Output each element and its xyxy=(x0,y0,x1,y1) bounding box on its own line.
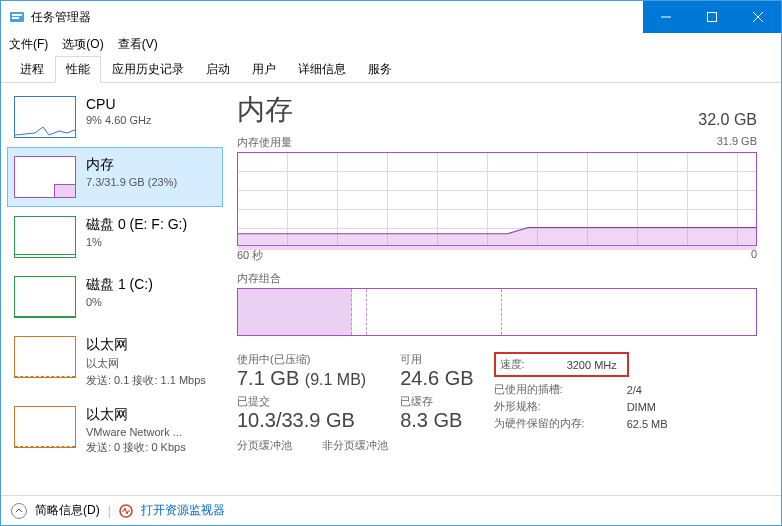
slots-value: 2/4 xyxy=(591,381,674,398)
in-use-label: 使用中(已压缩) xyxy=(237,352,366,367)
svg-rect-1 xyxy=(12,14,22,16)
sidebar-disk0-title: 磁盘 0 (E: F: G:) xyxy=(86,216,216,234)
menu-options[interactable]: 选项(O) xyxy=(62,36,103,53)
memory-usage-chart[interactable] xyxy=(237,152,757,246)
sidebar-item-disk1[interactable]: 磁盘 1 (C:) 0% xyxy=(7,267,223,327)
sidebar-item-ethernet1[interactable]: 以太网 VMware Network ... 发送: 0 接收: 0 Kbps xyxy=(7,397,223,464)
sidebar-eth0-sub2: 发送: 0.1 接收: 1.1 Mbps xyxy=(86,373,216,388)
speed-value: 3200 MHz xyxy=(531,356,623,373)
paged-pool-label: 分页缓冲池 xyxy=(237,438,292,453)
sidebar-item-disk0[interactable]: 磁盘 0 (E: F: G:) 1% xyxy=(7,207,223,267)
resource-monitor-icon xyxy=(119,504,133,518)
minimize-button[interactable] xyxy=(643,1,689,33)
tab-app-history[interactable]: 应用历史记录 xyxy=(101,56,195,82)
window-controls xyxy=(643,1,781,33)
detail-title: 内存 xyxy=(237,91,293,129)
sidebar-disk1-sub: 0% xyxy=(86,296,216,308)
resource-monitor-link[interactable]: 打开资源监视器 xyxy=(141,502,225,519)
collapse-icon[interactable] xyxy=(11,503,27,519)
title-bar: 任务管理器 xyxy=(1,1,781,33)
slots-label: 已使用的插槽: xyxy=(494,381,591,398)
reserved-value: 62.5 MB xyxy=(591,415,674,432)
eth1-thumb-chart xyxy=(14,406,76,448)
sidebar-eth1-sub1: VMware Network ... xyxy=(86,426,216,438)
committed-label: 已提交 xyxy=(237,394,366,409)
menu-bar: 文件(F) 选项(O) 查看(V) xyxy=(1,33,781,55)
usage-label: 内存使用量 xyxy=(237,135,292,150)
sidebar-eth0-sub1: 以太网 xyxy=(86,356,216,371)
sidebar-cpu-sub: 9% 4.60 GHz xyxy=(86,114,216,126)
svg-marker-7 xyxy=(238,228,756,251)
maximize-button[interactable] xyxy=(689,1,735,33)
performance-sidebar[interactable]: CPU 9% 4.60 GHz 内存 7.3/31.9 GB (23%) 磁盘 … xyxy=(7,87,223,495)
usage-max: 31.9 GB xyxy=(717,135,757,150)
nonpaged-pool-label: 非分页缓冲池 xyxy=(322,438,388,453)
tab-performance[interactable]: 性能 xyxy=(55,56,101,83)
tab-startup[interactable]: 启动 xyxy=(195,56,241,82)
sidebar-disk0-sub: 1% xyxy=(86,236,216,248)
close-button[interactable] xyxy=(735,1,781,33)
stats-right: 速度: 3200 MHz 已使用的插槽:2/4 外形规格:DIMM 为硬件保留的… xyxy=(494,352,757,432)
speed-highlight-box: 速度: 3200 MHz xyxy=(494,352,629,377)
speed-label: 速度: xyxy=(500,356,531,373)
tab-services[interactable]: 服务 xyxy=(357,56,403,82)
menu-view[interactable]: 查看(V) xyxy=(118,36,158,53)
disk1-thumb-chart xyxy=(14,276,76,318)
in-use-value: 7.1 GB (9.1 MB) xyxy=(237,367,366,390)
cached-label: 已缓存 xyxy=(400,394,473,409)
sidebar-memory-title: 内存 xyxy=(86,156,216,174)
footer-separator: | xyxy=(108,504,111,518)
sidebar-eth1-sub2: 发送: 0 接收: 0 Kbps xyxy=(86,440,216,455)
sidebar-memory-sub: 7.3/31.9 GB (23%) xyxy=(86,176,216,188)
footer-bar: 简略信息(D) | 打开资源监视器 xyxy=(1,495,781,525)
svg-rect-4 xyxy=(708,13,717,22)
memory-composition-chart[interactable] xyxy=(237,288,757,336)
form-value: DIMM xyxy=(591,398,674,415)
tab-details[interactable]: 详细信息 xyxy=(287,56,357,82)
reserved-label: 为硬件保留的内存: xyxy=(494,415,591,432)
app-icon xyxy=(9,9,25,25)
disk0-thumb-chart xyxy=(14,216,76,258)
sidebar-cpu-title: CPU xyxy=(86,96,216,112)
stats-left: 使用中(已压缩) 7.1 GB (9.1 MB) 可用 24.6 GB 已提交 … xyxy=(237,352,474,432)
sidebar-eth1-title: 以太网 xyxy=(86,406,216,424)
svg-rect-2 xyxy=(12,17,19,19)
committed-value: 10.3/33.9 GB xyxy=(237,409,366,432)
sidebar-item-ethernet0[interactable]: 以太网 以太网 发送: 0.1 接收: 1.1 Mbps xyxy=(7,327,223,397)
available-label: 可用 xyxy=(400,352,473,367)
memory-thumb-chart xyxy=(14,156,76,198)
tab-users[interactable]: 用户 xyxy=(241,56,287,82)
window-title: 任务管理器 xyxy=(31,9,643,26)
sidebar-disk1-title: 磁盘 1 (C:) xyxy=(86,276,216,294)
menu-file[interactable]: 文件(F) xyxy=(9,36,48,53)
detail-pane: 内存 32.0 GB 内存使用量 31.9 GB 60 秒 0 内存组合 xyxy=(223,87,775,495)
available-value: 24.6 GB xyxy=(400,367,473,390)
detail-total: 32.0 GB xyxy=(698,111,757,129)
cached-value: 8.3 GB xyxy=(400,409,473,432)
sidebar-eth0-title: 以太网 xyxy=(86,336,216,354)
sidebar-item-cpu[interactable]: CPU 9% 4.60 GHz xyxy=(7,87,223,147)
composition-label: 内存组合 xyxy=(237,271,281,286)
cpu-thumb-chart xyxy=(14,96,76,138)
tab-processes[interactable]: 进程 xyxy=(9,56,55,82)
sidebar-item-memory[interactable]: 内存 7.3/31.9 GB (23%) xyxy=(7,147,223,207)
eth0-thumb-chart xyxy=(14,336,76,378)
form-label: 外形规格: xyxy=(494,398,591,415)
brief-info-link[interactable]: 简略信息(D) xyxy=(35,502,100,519)
tab-bar: 进程 性能 应用历史记录 启动 用户 详细信息 服务 xyxy=(1,57,781,83)
content-area: CPU 9% 4.60 GHz 内存 7.3/31.9 GB (23%) 磁盘 … xyxy=(1,83,781,495)
